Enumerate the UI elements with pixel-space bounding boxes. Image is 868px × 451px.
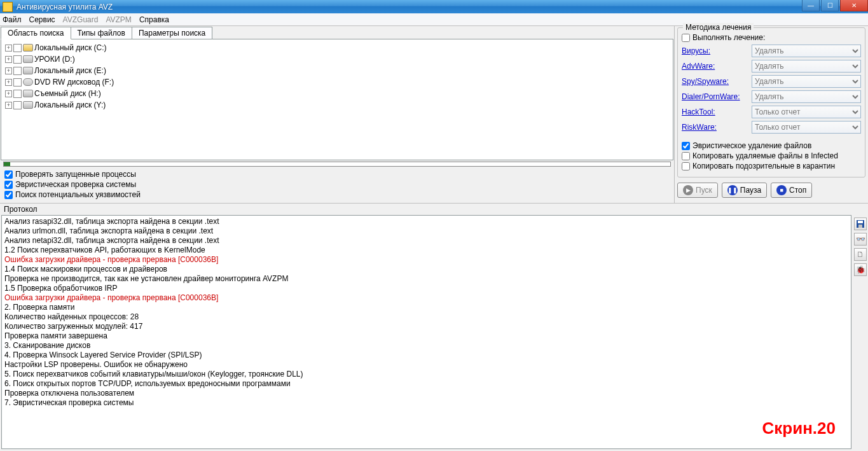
threat-action-select[interactable]: Удалять: [752, 90, 861, 103]
log-line: Проверка не производится, так как не уст…: [4, 274, 848, 284]
protocol-label: Протокол: [0, 203, 868, 215]
svg-rect-1: [858, 221, 863, 223]
menu-file[interactable]: Файл: [3, 15, 22, 24]
log-line: Настройки LSP проверены. Ошибок не обнар…: [4, 360, 848, 370]
drive-checkbox[interactable]: [13, 44, 22, 52]
protocol-log[interactable]: Анализ rasapi32.dll, таблица экспорта на…: [1, 215, 851, 449]
drive-label: DVD RW дисковод (F:): [34, 78, 114, 87]
pause-button[interactable]: ❚❚Пауза: [722, 183, 767, 198]
opt-vuln-checkbox[interactable]: [4, 191, 13, 199]
tab-search-area[interactable]: Область поиска: [1, 27, 71, 39]
drive-tree[interactable]: +Локальный диск (C:)+УРОКИ (D:)+Локальны…: [1, 39, 673, 160]
expand-icon[interactable]: +: [5, 102, 12, 109]
stop-button[interactable]: ■Стоп: [771, 183, 812, 198]
treatment-row: AdvWare:Удалять: [682, 60, 861, 73]
perform-treatment-checkbox[interactable]: [682, 34, 690, 42]
expand-icon[interactable]: +: [5, 90, 12, 97]
expand-icon[interactable]: +: [5, 45, 12, 52]
drive-icon: [23, 78, 33, 86]
drive-item[interactable]: +УРОКИ (D:): [5, 53, 669, 65]
drive-icon: [23, 44, 33, 52]
threat-type-link[interactable]: Spy/Spyware:: [682, 77, 752, 86]
start-button[interactable]: ▶Пуск: [677, 183, 718, 198]
treatment-row: Вирусы:Удалять: [682, 45, 861, 57]
threat-type-link[interactable]: RiskWare:: [682, 123, 752, 132]
drive-checkbox[interactable]: [13, 67, 22, 75]
opt-heuristic[interactable]: Эвристическая проверка системы: [4, 179, 670, 190]
log-line: Ошибка загрузки драйвера - проверка прер…: [4, 293, 848, 303]
copy-quarantine-row[interactable]: Копировать подозрительные в карантин: [682, 162, 861, 170]
drive-icon: [23, 55, 33, 63]
expand-icon[interactable]: +: [5, 79, 12, 86]
app-icon: [3, 2, 13, 12]
opt-vuln[interactable]: Поиск потенциальных уязвимостей: [4, 190, 670, 200]
menu-service[interactable]: Сервис: [29, 15, 55, 24]
drive-checkbox[interactable]: [13, 90, 22, 98]
heur-delete-checkbox[interactable]: [682, 142, 690, 150]
log-line: 6. Поиск открытых портов TCP/UDP, исполь…: [4, 379, 848, 389]
threat-type-link[interactable]: AdvWare:: [682, 62, 752, 71]
log-line: Анализ netapi32.dll, таблица экспорта на…: [4, 236, 848, 246]
clear-log-button[interactable]: 🗋: [854, 248, 867, 261]
tab-search-params[interactable]: Параметры поиска: [132, 27, 212, 39]
drive-icon: [23, 90, 33, 97]
heur-delete-row[interactable]: Эвристическое удаление файлов: [682, 141, 861, 150]
minimize-button[interactable]: —: [802, 0, 820, 11]
perform-treatment-row[interactable]: Выполнять лечение:: [682, 33, 861, 42]
log-line: Ошибка загрузки драйвера - проверка прер…: [4, 255, 848, 265]
opt-check-processes-checkbox[interactable]: [4, 170, 13, 179]
copy-infected-checkbox[interactable]: [682, 152, 690, 160]
close-button[interactable]: ✕: [840, 0, 868, 11]
treatment-title: Методика лечения: [683, 23, 754, 32]
menu-avzpm[interactable]: AVZPM: [106, 15, 131, 24]
log-line: 3. Сканирование дисков: [4, 341, 848, 350]
threat-action-select[interactable]: Только отчет: [752, 106, 861, 118]
threat-type-link[interactable]: Вирусы:: [682, 46, 752, 55]
drive-checkbox[interactable]: [13, 55, 22, 64]
save-log-button[interactable]: [854, 218, 867, 230]
watermark: Скрин.20: [762, 424, 836, 433]
threat-action-select[interactable]: Только отчет: [752, 121, 861, 134]
threat-action-select[interactable]: Удалять: [752, 75, 861, 88]
threat-action-select[interactable]: Удалять: [752, 45, 861, 57]
view-log-button[interactable]: 👓: [854, 233, 867, 246]
copy-infected-row[interactable]: Копировать удаляемые файлы в Infected: [682, 151, 861, 160]
web-button[interactable]: 🐞: [854, 263, 867, 276]
drive-item[interactable]: +Съемный диск (H:): [5, 88, 669, 99]
pause-icon: ❚❚: [727, 185, 738, 195]
menu-help[interactable]: Справка: [139, 15, 169, 24]
threat-type-link[interactable]: Dialer/PornWare:: [682, 92, 752, 101]
drive-checkbox[interactable]: [13, 101, 22, 109]
copy-quarantine-checkbox[interactable]: [682, 162, 690, 170]
treatment-group: Методика лечения Выполнять лечение: Виру…: [677, 27, 865, 177]
expand-icon[interactable]: +: [5, 56, 12, 63]
log-toolbar: 👓 🗋 🐞: [853, 215, 868, 449]
log-line: Анализ rasapi32.dll, таблица экспорта на…: [4, 217, 848, 226]
tab-file-types[interactable]: Типы файлов: [71, 27, 132, 39]
log-line: 1.2 Поиск перехватчиков API, работающих …: [4, 246, 848, 255]
log-line: 1.5 Проверка обработчиков IRP: [4, 284, 848, 293]
threat-action-select[interactable]: Удалять: [752, 60, 861, 73]
drive-icon: [23, 67, 33, 74]
treatment-row: HackTool:Только отчет: [682, 106, 861, 118]
drive-item[interactable]: +DVD RW дисковод (F:): [5, 76, 669, 88]
drive-label: Съемный диск (H:): [34, 89, 101, 98]
opt-check-processes[interactable]: Проверять запущенные процессы: [4, 169, 670, 179]
expand-icon[interactable]: +: [5, 67, 12, 74]
opt-heuristic-checkbox[interactable]: [4, 181, 13, 189]
log-line: 2. Проверка памяти: [4, 303, 848, 312]
log-line: Количество найденных процессов: 28: [4, 312, 848, 322]
log-line: Проверка отключена пользователем: [4, 389, 848, 398]
progress-bar: [3, 162, 671, 167]
drive-item[interactable]: +Локальный диск (E:): [5, 65, 669, 76]
maximize-button[interactable]: ☐: [821, 0, 839, 11]
menu-avzguard[interactable]: AVZGuard: [63, 15, 99, 24]
drive-item[interactable]: +Локальный диск (Y:): [5, 99, 669, 111]
treatment-row: RiskWare:Только отчет: [682, 121, 861, 134]
drive-item[interactable]: +Локальный диск (C:): [5, 42, 669, 53]
control-buttons: ▶Пуск ❚❚Пауза ■Стоп: [677, 183, 865, 198]
drive-checkbox[interactable]: [13, 78, 22, 87]
tabs: Область поиска Типы файлов Параметры пои…: [1, 27, 673, 39]
scan-options: Проверять запущенные процессы Эвристичес…: [1, 168, 673, 202]
threat-type-link[interactable]: HackTool:: [682, 108, 752, 116]
